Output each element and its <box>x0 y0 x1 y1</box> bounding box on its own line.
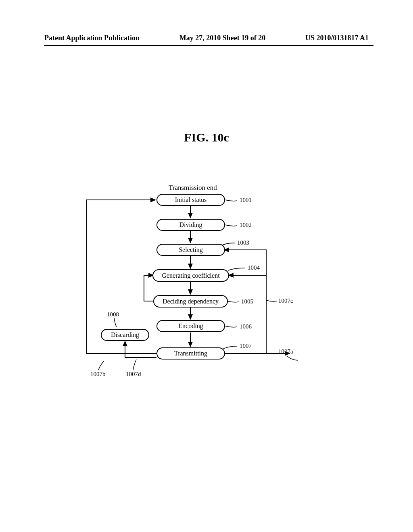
ref-1008: 1008 <box>107 311 119 318</box>
node-label: Transmitting <box>174 350 207 357</box>
node-label: Encoding <box>178 323 203 329</box>
ref-1007c: 1007c <box>278 297 293 304</box>
connectors-svg <box>0 0 413 532</box>
ref-1002: 1002 <box>240 222 252 229</box>
ref-1007b: 1007b <box>90 371 106 378</box>
ref-1007: 1007 <box>240 343 252 349</box>
node-encoding: Encoding <box>156 320 225 332</box>
ref-1001: 1001 <box>240 197 252 204</box>
node-label: Deciding dependency <box>163 298 219 305</box>
node-initial-status: Initial status <box>156 194 225 206</box>
node-label: Initial status <box>175 197 207 203</box>
node-deciding-dependency: Deciding dependency <box>153 295 228 308</box>
ref-1003: 1003 <box>237 239 249 246</box>
node-generating-coefficient: Generating coefficient <box>152 269 229 282</box>
ref-1005: 1005 <box>241 298 253 305</box>
ref-1006: 1006 <box>240 323 252 330</box>
flow-diagram: Transmission end <box>0 0 413 532</box>
node-transmitting: Transmitting <box>156 347 225 360</box>
node-discarding: Discarding <box>101 329 149 341</box>
ref-1004: 1004 <box>248 264 260 271</box>
ref-1007a: 1007a <box>278 348 293 355</box>
node-label: Dividing <box>179 222 202 228</box>
node-label: Generating coefficient <box>162 272 219 279</box>
node-label: Selecting <box>179 247 203 253</box>
node-selecting: Selecting <box>156 244 225 256</box>
ref-1007d: 1007d <box>126 371 141 378</box>
node-dividing: Dividing <box>156 219 225 231</box>
node-label: Discarding <box>111 332 139 338</box>
